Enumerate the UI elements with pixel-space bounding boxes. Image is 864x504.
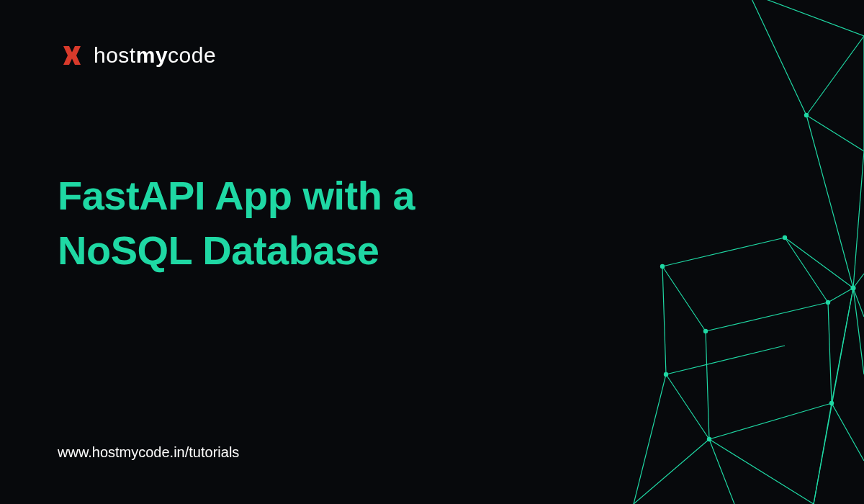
svg-line-20: [853, 288, 864, 317]
svg-line-27: [814, 403, 832, 504]
brand-logo-text-host: host: [94, 43, 136, 67]
svg-line-16: [828, 288, 853, 302]
svg-line-10: [706, 331, 709, 439]
svg-line-28: [832, 403, 864, 461]
svg-point-30: [804, 113, 809, 117]
svg-point-35: [664, 372, 668, 377]
svg-line-12: [666, 374, 709, 439]
svg-line-13: [709, 403, 832, 439]
brand-logo-text-code: code: [168, 43, 216, 67]
brand-logo-text: hostmycode: [94, 43, 216, 68]
headline-line-1: FastAPI App with a: [58, 173, 415, 218]
svg-point-38: [850, 285, 855, 290]
svg-line-18: [853, 151, 864, 288]
svg-line-7: [706, 302, 828, 331]
svg-point-36: [707, 437, 711, 441]
brand-logo-text-my: my: [136, 43, 168, 67]
brand-logo-icon: [58, 43, 86, 68]
svg-line-22: [832, 288, 853, 403]
svg-point-34: [703, 329, 708, 333]
svg-point-37: [829, 401, 834, 405]
svg-line-17: [806, 115, 853, 288]
svg-line-14: [666, 346, 785, 374]
svg-line-3: [806, 115, 864, 151]
svg-line-24: [634, 439, 709, 504]
svg-line-9: [662, 266, 666, 374]
svg-line-2: [806, 36, 864, 115]
svg-line-25: [709, 439, 734, 504]
footer-url: www.hostmycode.in/tutorials: [58, 444, 239, 461]
svg-line-29: [634, 374, 666, 504]
svg-line-11: [828, 302, 832, 403]
svg-point-33: [826, 300, 830, 305]
headline-line-2: NoSQL Database: [58, 228, 379, 273]
svg-line-0: [749, 0, 864, 36]
promo-banner: hostmycode FastAPI App with a NoSQL Data…: [0, 0, 864, 504]
page-title: FastAPI App with a NoSQL Database: [58, 168, 806, 277]
svg-line-23: [814, 288, 853, 504]
svg-line-26: [709, 439, 814, 504]
brand-logo: hostmycode: [58, 43, 806, 68]
svg-line-21: [853, 288, 864, 374]
svg-line-19: [853, 274, 864, 288]
